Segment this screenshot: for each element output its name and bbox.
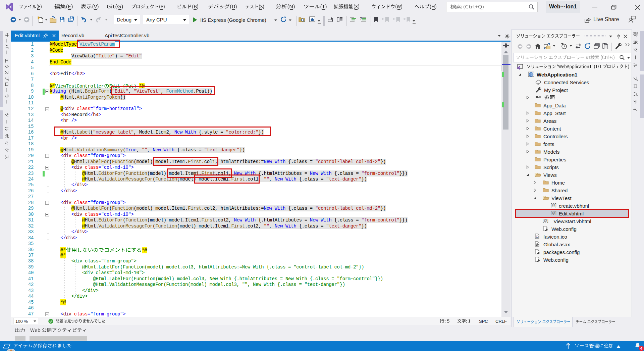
svg-text:?: ? bbox=[360, 17, 362, 20]
